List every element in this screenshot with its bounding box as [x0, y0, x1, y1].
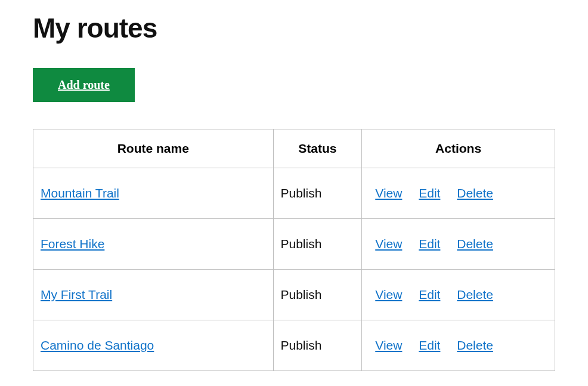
page-title: My routes	[33, 12, 555, 44]
delete-link[interactable]: Delete	[457, 237, 493, 251]
route-name-link[interactable]: My First Trail	[41, 288, 112, 301]
route-status: Publish	[273, 320, 362, 371]
delete-link[interactable]: Delete	[457, 288, 493, 302]
edit-link[interactable]: Edit	[419, 288, 440, 302]
edit-link[interactable]: Edit	[419, 338, 440, 353]
route-status: Publish	[273, 168, 362, 219]
delete-link[interactable]: Delete	[457, 338, 493, 353]
table-header-row: Route name Status Actions	[33, 129, 555, 168]
table-row: Mountain Trail Publish View Edit Delete	[33, 168, 555, 219]
header-actions: Actions	[362, 129, 555, 168]
header-route-name: Route name	[33, 129, 274, 168]
view-link[interactable]: View	[375, 237, 402, 251]
table-row: Forest Hike Publish View Edit Delete	[33, 219, 555, 270]
header-status: Status	[273, 129, 362, 168]
view-link[interactable]: View	[375, 338, 402, 353]
add-route-button[interactable]: Add route	[33, 68, 135, 102]
table-row: My First Trail Publish View Edit Delete	[33, 270, 555, 320]
table-row: Camino de Santiago Publish View Edit Del…	[33, 320, 555, 371]
route-name-link[interactable]: Forest Hike	[41, 237, 104, 251]
routes-table: Route name Status Actions Mountain Trail…	[33, 129, 555, 371]
view-link[interactable]: View	[375, 186, 402, 200]
route-status: Publish	[273, 219, 362, 270]
view-link[interactable]: View	[375, 288, 402, 302]
delete-link[interactable]: Delete	[457, 186, 493, 200]
route-status: Publish	[273, 270, 362, 320]
route-name-link[interactable]: Camino de Santiago	[41, 338, 154, 352]
edit-link[interactable]: Edit	[419, 186, 440, 200]
edit-link[interactable]: Edit	[419, 237, 440, 251]
route-name-link[interactable]: Mountain Trail	[41, 186, 119, 200]
